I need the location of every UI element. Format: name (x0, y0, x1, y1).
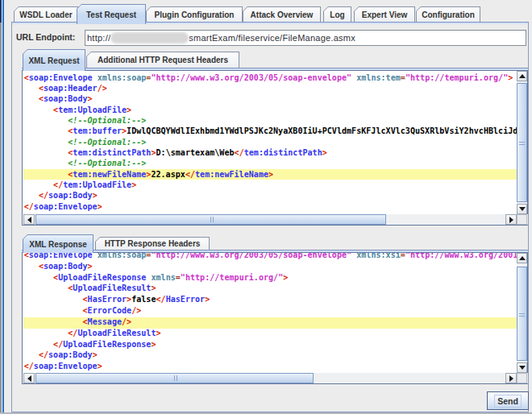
request-tab-additional-http-request-headers-label: Additional HTTP Request Headers (98, 56, 228, 64)
response-h-scrollbar-thumb[interactable] (35, 373, 314, 383)
main-tab-wsdl-loader[interactable]: WSDL Loader (14, 6, 78, 22)
response-xml-line: <ErrorCode/> (23, 305, 517, 317)
request-tab-additional-http-request-headers[interactable]: Additional HTTP Request Headers (86, 52, 239, 68)
request-xml-line: <soap:Body> (23, 93, 517, 104)
request-h-scrollbar-thumb[interactable] (35, 214, 386, 225)
request-xml-line: <!--Optional:--> (23, 158, 517, 168)
request-tab-xml-request-label: XML Request (28, 56, 79, 65)
request-xml-line: </soap:Body> (23, 190, 517, 201)
url-redacted-host (110, 32, 189, 43)
request-h-scrollbar[interactable] (23, 214, 528, 225)
window-edge-blue (2, 0, 4, 414)
main-tab-expert-view[interactable]: Expert View (354, 6, 415, 22)
response-tab-http-response-headers-label: HTTP Response Headers (105, 239, 201, 248)
response-tab-xml-response[interactable]: XML Response (23, 234, 94, 253)
request-scrollbar-corner (517, 214, 527, 225)
response-scroll-right-button[interactable] (505, 373, 517, 383)
response-xml-line: <UploadFileResult> (23, 283, 517, 294)
main-tab-attack-overview-label: Attack Overview (251, 10, 314, 19)
request-scrollpane: <soap:Envelope xmlns:soap="http://www.w3… (22, 70, 528, 226)
request-xml-line: <soap:Envelope xmlns:soap="http://www.w3… (23, 72, 517, 83)
response-xml-line: <Message/> (23, 317, 517, 328)
response-scroll-up-button[interactable] (517, 253, 527, 263)
request-xml-line: <tem:UploadFile> (23, 105, 517, 115)
request-xml-line: <tem:buffer>IDwlQCBQYWdlIExhbmd1YWdlPSJK… (23, 126, 517, 136)
request-scroll-left-button[interactable] (23, 214, 35, 225)
response-v-scrollbar-thumb[interactable] (517, 267, 527, 361)
request-xml-line: <soap:Header/> (23, 83, 517, 93)
request-xml-line: <tem:newFileName>22.aspx</tem:newFileNam… (23, 169, 517, 180)
main-tab-test-request-label: Test Request (86, 10, 136, 19)
response-xml-line: </UploadFileResult> (23, 328, 517, 339)
response-v-scrollbar[interactable] (517, 253, 527, 373)
url-endpoint-label: URL Endpoint: (16, 32, 75, 42)
app-window: URL Endpoint: http://smartExam/fileservi… (0, 0, 532, 414)
response-scrollpane: <soap:Envelope xmlns:soap="http://www.w3… (22, 252, 528, 384)
request-scroll-right-button[interactable] (505, 214, 517, 225)
url-endpoint-input[interactable]: http://smartExam/fileservice/FileManage.… (85, 30, 526, 46)
send-button[interactable]: Send (487, 391, 529, 410)
request-scroll-up-button[interactable] (517, 71, 527, 81)
response-h-scrollbar[interactable] (23, 373, 528, 383)
response-xml-line: </soap:Body> (23, 350, 517, 361)
response-scroll-left-button[interactable] (23, 373, 35, 383)
main-tab-plugin-configuration-label: Plugin Configuration (155, 10, 235, 19)
main-tab-configuration[interactable]: Configuration (416, 6, 480, 22)
main-tab-attack-overview[interactable]: Attack Overview (243, 6, 321, 22)
response-xml-line: <soap:Envelope xmlns:soap="http://www.w3… (23, 253, 517, 261)
response-tab-strip (22, 250, 528, 252)
main-tab-configuration-label: Configuration (422, 10, 475, 19)
response-xml-line: </soap:Envelope> (23, 361, 517, 372)
request-v-scrollbar[interactable] (517, 71, 527, 214)
request-xml-line: </tem:UploadFile> (23, 180, 517, 190)
request-xml-line: <!--Optional:--> (23, 137, 517, 147)
main-tab-test-request[interactable]: Test Request (77, 4, 146, 24)
main-tab-plugin-configuration[interactable]: Plugin Configuration (146, 6, 243, 22)
response-xml-line: </UploadFileResponse> (23, 339, 517, 350)
response-xml-line: <UploadFileResponse xmlns="http://tempur… (23, 272, 517, 284)
response-xml-text[interactable]: <soap:Envelope xmlns:soap="http://www.w3… (23, 253, 517, 373)
request-xml-line: <!--Optional:--> (23, 115, 517, 126)
response-xml-line: <soap:Body> (23, 261, 517, 272)
request-xml-text[interactable]: <soap:Envelope xmlns:soap="http://www.w3… (23, 71, 517, 214)
main-tab-wsdl-loader-label: WSDL Loader (19, 10, 72, 19)
request-v-scrollbar-thumb[interactable] (517, 83, 527, 202)
request-tab-xml-request[interactable]: XML Request (23, 49, 85, 71)
main-tab-log[interactable]: Log (323, 6, 351, 22)
response-scroll-down-button[interactable] (517, 362, 527, 373)
request-xml-line: <tem:distinctPath>D:\smartexam\Web</tem:… (23, 147, 517, 158)
response-tab-http-response-headers[interactable]: HTTP Response Headers (95, 237, 210, 250)
send-button-label: Send (494, 395, 522, 408)
request-tab-strip (22, 68, 528, 70)
url-prefix: http:// (87, 33, 110, 43)
url-suffix: smartExam/fileservice/FileManage.asmx (189, 33, 355, 43)
request-scroll-down-button[interactable] (517, 204, 527, 214)
request-xml-line: </soap:Envelope> (23, 201, 517, 212)
response-xml-line: <HasError>false</HasError> (23, 294, 517, 305)
main-tab-expert-view-label: Expert View (362, 10, 408, 19)
main-tab-log-label: Log (330, 10, 344, 19)
response-tab-xml-response-label: XML Response (29, 240, 87, 249)
response-scrollbar-corner (517, 373, 527, 383)
